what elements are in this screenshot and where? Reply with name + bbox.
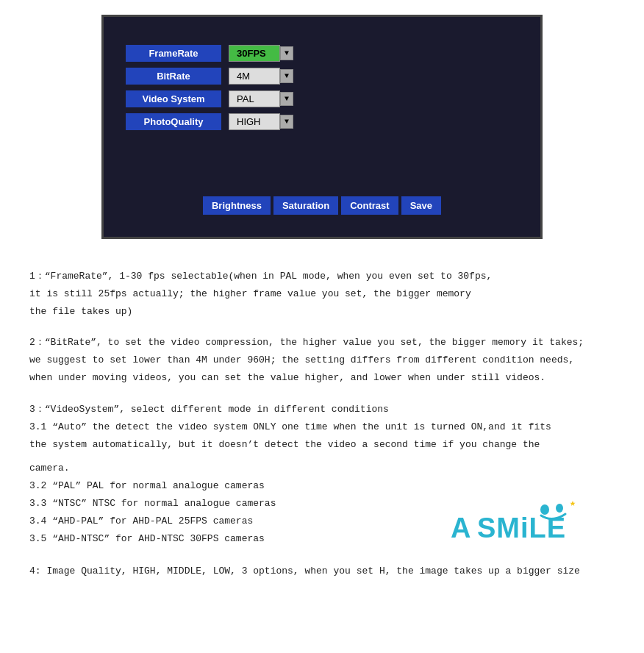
svg-text:A: A [451,513,471,543]
btn-save[interactable]: Save [401,196,441,215]
setting-dropdown-2[interactable]: PAL▼ [229,90,293,107]
setting-row: Video SystemPAL▼ [126,90,518,107]
setting-label-2: Video System [126,90,221,107]
content-line: 2：“BitRate”, to set the video compressio… [29,335,615,351]
setting-row: PhotoQualityHIGH▼ [126,113,518,130]
bottom-buttons: BrightnessSaturationContrastSave [126,196,518,215]
extra-line: camera. [29,460,615,477]
svg-marker-2 [570,501,576,506]
asmile-logo: A SMiLE [446,497,593,549]
setting-row: BitRate4M▼ [126,68,518,85]
bottom-spacer [126,152,518,196]
dropdown-arrow-2[interactable]: ▼ [280,92,293,106]
settings-grid: FrameRate30FPS▼BitRate4M▼Video SystemPAL… [126,45,518,130]
screen-panel: FrameRate30FPS▼BitRate4M▼Video SystemPAL… [101,15,543,239]
content-item-0: 1：“FrameRate”, 1-30 fps selectable(when … [29,268,615,320]
svg-text:SMiLE: SMiLE [477,513,566,543]
btn-brightness[interactable]: Brightness [203,196,271,215]
content-line: 3.1 “Auto” the detect the video system O… [29,419,615,435]
svg-point-1 [556,504,563,513]
setting-dropdown-0[interactable]: 30FPS▼ [229,45,293,62]
setting-label-0: FrameRate [126,45,221,62]
setting-value-1: 4M [229,68,280,85]
setting-label-1: BitRate [126,68,221,85]
setting-value-0: 30FPS [229,45,280,62]
btn-contrast[interactable]: Contrast [341,196,398,215]
content-section: 1：“FrameRate”, 1-30 fps selectable(when … [15,261,629,602]
dropdown-arrow-0[interactable]: ▼ [280,46,293,60]
setting-row: FrameRate30FPS▼ [126,45,518,62]
content-line: 1：“FrameRate”, 1-30 fps selectable(when … [29,268,615,285]
btn-saturation[interactable]: Saturation [273,196,338,215]
setting-value-3: HIGH [229,113,280,130]
content-item-1: 2：“BitRate”, to set the video compressio… [29,335,615,386]
content-line: when under moving videos, you can set th… [29,370,615,386]
content-line: 4: Image Quality, HIGH, MIDDLE, LOW, 3 o… [29,563,615,579]
setting-value-2: PAL [229,90,280,107]
logo-area: camera. 3.2 “PAL” PAL for normal analogu… [29,460,615,549]
content-item-2: 3：“VideoSystem”, select different mode i… [29,402,615,549]
dropdown-arrow-3[interactable]: ▼ [280,115,293,129]
setting-dropdown-1[interactable]: 4M▼ [229,68,293,85]
content-item-3: 4: Image Quality, HIGH, MIDDLE, LOW, 3 o… [29,563,615,579]
setting-label-3: PhotoQuality [126,113,221,130]
setting-dropdown-3[interactable]: HIGH▼ [229,113,293,130]
extra-line: 3.2 “PAL” PAL for normal analogue camera… [29,478,615,494]
content-line: it is still 25fps actually; the higher f… [29,286,615,302]
content-line: 3：“VideoSystem”, select different mode i… [29,402,615,418]
dropdown-arrow-1[interactable]: ▼ [280,69,293,83]
content-line: the file takes up) [29,304,615,320]
content-line: the system automatically, but it doesn’t… [29,437,615,453]
content-line: we suggest to set lower than 4M under 96… [29,352,615,368]
